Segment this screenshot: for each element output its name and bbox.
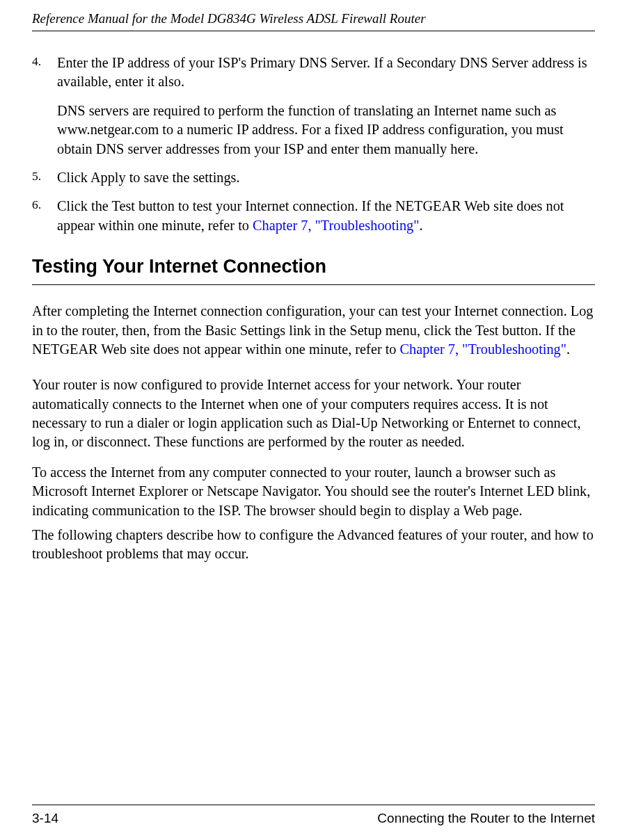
list-number: 6. — [32, 197, 57, 235]
body-paragraph-1: After completing the Internet connection… — [32, 302, 595, 359]
list-number: 4. — [32, 54, 57, 159]
list-content: Click the Test button to test your Inter… — [57, 197, 595, 235]
list-item-4: 4. Enter the IP address of your ISP's Pr… — [32, 54, 595, 159]
running-header: Reference Manual for the Model DG834G Wi… — [32, 11, 595, 31]
list-text: Enter the IP address of your ISP's Prima… — [57, 55, 587, 89]
page-number: 3-14 — [32, 811, 58, 826]
header-title: Reference Manual for the Model DG834G Wi… — [32, 11, 426, 26]
list-text: Click Apply to save the settings. — [57, 170, 240, 185]
para1-text-b: . — [566, 341, 570, 357]
list-text-b: . — [420, 218, 423, 233]
list-content: Click Apply to save the settings. — [57, 168, 595, 187]
list-content: Enter the IP address of your ISP's Prima… — [57, 54, 595, 159]
list-item-6: 6. Click the Test button to test your In… — [32, 197, 595, 235]
page-footer: 3-14 Connecting the Router to the Intern… — [32, 805, 595, 826]
body-paragraph-4: The following chapters describe how to c… — [32, 526, 595, 564]
body-paragraph-3: To access the Internet from any computer… — [32, 463, 595, 520]
list-sub-paragraph: DNS servers are required to perform the … — [57, 102, 595, 159]
list-number: 5. — [32, 168, 57, 187]
chapter-link[interactable]: Chapter 7, "Troubleshooting" — [400, 341, 566, 357]
chapter-name: Connecting the Router to the Internet — [377, 811, 595, 826]
section-heading: Testing Your Internet Connection — [32, 256, 595, 285]
list-item-5: 5. Click Apply to save the settings. — [32, 168, 595, 187]
chapter-link[interactable]: Chapter 7, "Troubleshooting" — [253, 218, 419, 233]
body-paragraph-2: Your router is now configured to provide… — [32, 375, 595, 452]
